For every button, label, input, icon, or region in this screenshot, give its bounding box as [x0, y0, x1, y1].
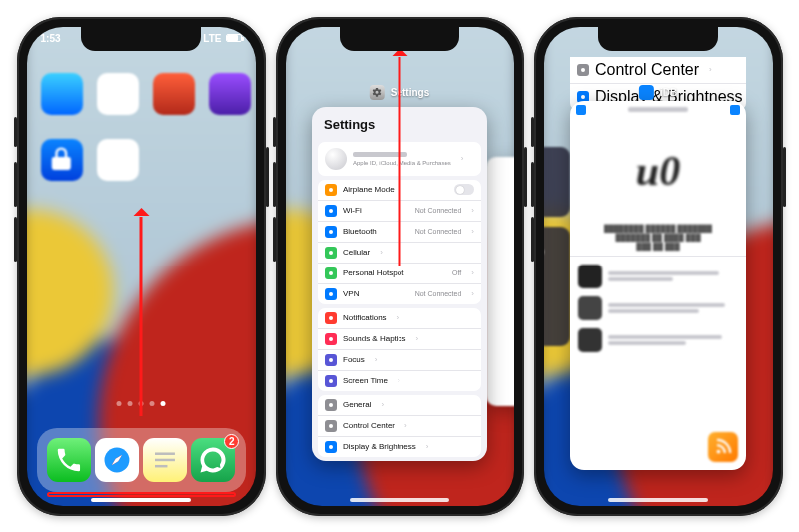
row-label: Focus — [343, 355, 365, 364]
avatar — [325, 148, 347, 170]
switcher-app-label: iDB — [639, 85, 677, 100]
svg-point-16 — [329, 445, 333, 449]
chevron-right-icon: › — [471, 268, 474, 277]
safari-app-icon[interactable] — [95, 438, 139, 482]
widget[interactable] — [544, 147, 570, 217]
settings-row[interactable]: VPNNot Connected› — [318, 283, 481, 304]
app-icon[interactable] — [41, 139, 83, 181]
chevron-right-icon: › — [461, 154, 464, 163]
home-indicator[interactable] — [350, 498, 449, 502]
screen-app-switcher[interactable]: Settings Settings Apple ID, iCloud, Medi… — [286, 27, 514, 506]
list-item[interactable] — [570, 292, 746, 324]
svg-point-14 — [329, 403, 333, 407]
chevron-right-icon: › — [397, 313, 400, 322]
sliders-icon — [325, 420, 337, 432]
notch — [81, 27, 201, 51]
svg-point-5 — [329, 209, 333, 213]
notch — [598, 27, 718, 51]
phone-app-icon[interactable] — [47, 438, 91, 482]
app-icon[interactable] — [41, 73, 83, 115]
switcher-card-browser[interactable]: u0 ████████ ██████ ██████████████ ██ ███… — [570, 101, 746, 470]
calendar-day-label: Tod — [544, 227, 570, 237]
row-label: Control Center — [595, 61, 699, 79]
home-indicator[interactable] — [91, 498, 191, 502]
share-icon[interactable] — [730, 105, 740, 115]
carrier-label: LTE — [203, 33, 221, 44]
chevron-right-icon: › — [380, 248, 383, 257]
svg-point-13 — [329, 379, 333, 383]
sun-icon — [325, 441, 337, 453]
annotation-arrow — [140, 217, 143, 416]
gear-icon — [325, 399, 337, 411]
settings-row[interactable]: Control Center› — [570, 57, 746, 83]
svg-point-4 — [329, 188, 333, 192]
switcher-app-name: Settings — [391, 87, 429, 98]
bell-icon — [325, 312, 337, 324]
row-label: Sounds & Haptics — [343, 334, 406, 343]
annotation-arrow — [399, 57, 401, 266]
row-label: Wi-Fi — [343, 206, 362, 215]
settings-row[interactable]: General› — [318, 395, 481, 415]
app-icon[interactable] — [153, 73, 195, 115]
list-item[interactable] — [570, 324, 746, 356]
row-label: Cellular — [343, 248, 370, 257]
chevron-right-icon: › — [471, 227, 474, 236]
app-icon[interactable] — [209, 73, 251, 115]
settings-row[interactable]: Focus› — [318, 349, 481, 370]
settings-row[interactable]: Control Center› — [318, 415, 481, 436]
wifi-icon — [325, 205, 337, 217]
calendar-day-label: Thu — [544, 257, 570, 266]
notification-badge: 2 — [224, 434, 239, 449]
row-label: Airplane Mode — [343, 185, 395, 194]
hero-subtitle-blurred: ████████ ██████ ██████████████ ██ ████ █… — [570, 224, 746, 251]
home-indicator[interactable] — [608, 498, 708, 502]
screen-app-switcher-2[interactable]: Control Center›Display & Brightness› iDB… — [544, 27, 773, 506]
list-item[interactable] — [570, 261, 746, 292]
app-icon[interactable] — [97, 73, 139, 115]
app-icon[interactable] — [97, 139, 139, 181]
row-label: Display & Brightness — [343, 442, 416, 451]
screen-home[interactable]: 1:53 LTE — [27, 27, 256, 506]
svg-point-8 — [329, 271, 333, 275]
widget-calendar[interactable]: TodTueWedThu — [544, 227, 570, 346]
home-screen-row — [41, 73, 251, 115]
chevron-right-icon: › — [381, 400, 384, 409]
back-icon[interactable] — [576, 105, 586, 115]
battery-icon — [226, 34, 242, 42]
rss-icon[interactable] — [708, 432, 738, 462]
calendar-day-label: Wed — [544, 247, 570, 257]
whatsapp-app-icon[interactable]: 2 — [191, 438, 235, 482]
widget-stack-peek[interactable]: TodTueWedThu — [544, 147, 570, 346]
svg-point-7 — [329, 251, 333, 255]
settings-row[interactable]: Screen Time› — [318, 370, 481, 391]
row-label: Personal Hotspot — [343, 268, 403, 277]
bluetooth-icon — [325, 226, 337, 238]
settings-row[interactable]: Display & Brightness› — [318, 436, 481, 457]
svg-point-12 — [329, 358, 333, 362]
chevron-right-icon: › — [709, 65, 712, 74]
settings-row[interactable]: Notifications› — [318, 308, 481, 328]
switcher-app-name: iDB — [660, 87, 677, 98]
svg-point-19 — [717, 449, 721, 453]
browser-topbar — [570, 101, 746, 119]
row-label: Bluetooth — [343, 227, 377, 236]
hero-logo: u0 — [570, 119, 746, 224]
chevron-right-icon: › — [404, 421, 407, 430]
moon-icon — [325, 354, 337, 366]
svg-point-11 — [329, 337, 333, 341]
hourglass-icon — [325, 375, 337, 387]
speaker-icon — [325, 333, 337, 345]
notch — [340, 27, 459, 51]
vpn-icon — [325, 288, 337, 300]
notes-app-icon[interactable] — [143, 438, 187, 482]
svg-rect-2 — [155, 458, 175, 460]
chevron-right-icon: › — [471, 289, 474, 298]
square-icon — [577, 64, 589, 76]
toggle[interactable] — [454, 184, 474, 195]
chevron-right-icon: › — [375, 355, 378, 364]
status-time: 1:53 — [41, 33, 61, 44]
settings-row[interactable]: Sounds & Haptics› — [318, 328, 481, 349]
settings-icon — [370, 85, 385, 100]
row-value: Not Connected — [415, 207, 462, 214]
switcher-card-peek[interactable] — [486, 157, 514, 406]
